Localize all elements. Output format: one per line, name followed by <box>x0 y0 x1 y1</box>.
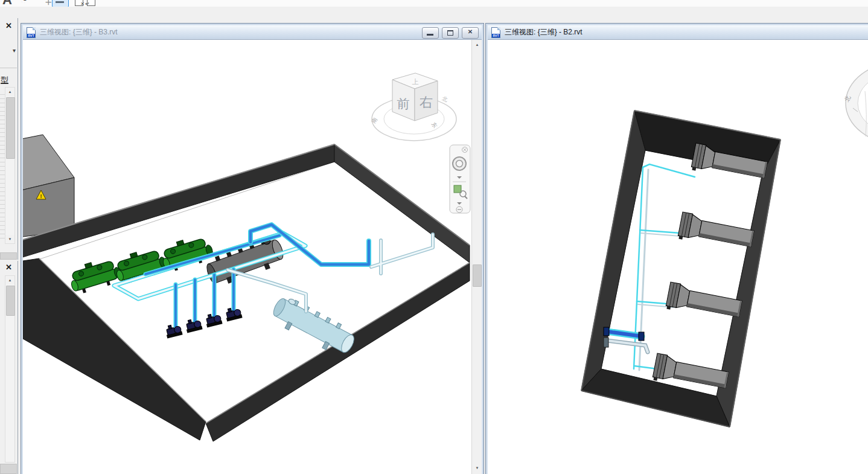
close-button[interactable]: ✕ <box>462 27 479 39</box>
view-window-b2: RVT 三维视图: {三维} - B2.rvt <box>485 23 868 474</box>
ribbon-toolbar-fragment: A ◔ ＋ ✕ ↵ <box>0 0 868 7</box>
paste-tool-icon[interactable]: ↵ <box>87 0 95 6</box>
scroll-down-icon[interactable]: ▼ <box>5 235 14 243</box>
scroll-up-icon[interactable]: ▲ <box>473 40 482 49</box>
restore-button[interactable] <box>442 27 459 39</box>
rvt-file-icon: RVT <box>491 27 500 38</box>
edit-type-link[interactable]: 型 <box>1 75 8 86</box>
viewcube-right-face: 右 <box>420 95 433 110</box>
divider <box>0 68 17 68</box>
properties-scrollbar[interactable]: ▲ ▼ <box>5 87 15 244</box>
scrollbar-thumb[interactable] <box>6 97 15 159</box>
browser-scrollbar[interactable]: ▲ <box>5 275 15 463</box>
window-title: 三维视图: {三维} - B2.rvt <box>505 27 582 37</box>
room-walls <box>23 144 470 441</box>
delete-box-tool-icon[interactable]: ✕ <box>75 0 83 6</box>
3d-view-canvas-b3[interactable]: ! <box>23 40 471 474</box>
viewcube-top-face: 上 <box>412 78 419 85</box>
compass-east-label: 东 <box>430 121 438 129</box>
text-tool-icon[interactable]: A <box>2 0 12 7</box>
viewcube-front-face: 前 <box>397 97 410 110</box>
window-titlebar[interactable]: RVT 三维视图: {三维} - B2.rvt <box>488 25 868 40</box>
compass-north-label: 北 <box>441 95 448 103</box>
project-browser-edge: ✕ ▲ <box>0 261 18 474</box>
window-title: 三维视图: {三维} - B3.rvt <box>40 27 118 37</box>
chevron-down-icon[interactable]: ▾ <box>13 47 16 54</box>
rvt-file-icon: RVT <box>27 27 36 38</box>
window-controls: ✕ <box>422 27 479 39</box>
scroll-up-icon[interactable]: ▲ <box>5 276 14 284</box>
close-icon[interactable]: ✕ <box>5 22 12 30</box>
minimize-button[interactable] <box>422 27 439 39</box>
measure-tool-selected-icon[interactable] <box>52 0 69 7</box>
scrollbar-corner <box>0 252 17 260</box>
sync-tool-icon[interactable]: ◔ <box>21 0 27 7</box>
svg-text:!: ! <box>40 193 42 199</box>
fan-room-scene: 北 <box>488 40 868 474</box>
plant-room-scene: ! <box>23 40 471 474</box>
viewcube[interactable]: 南 东 北 前 右 上 <box>371 73 456 141</box>
navigation-bar[interactable] <box>450 145 470 213</box>
revit-workspace: A ◔ ＋ ✕ ↵ ✕ ▾ 型 ▲ ▼ ✕ ▲ RVT <box>0 0 868 474</box>
close-icon[interactable]: ✕ <box>5 263 12 272</box>
view-window-b3: RVT 三维视图: {三维} - B3.rvt ✕ <box>21 23 484 474</box>
window-titlebar[interactable]: RVT 三维视图: {三维} - B3.rvt <box>23 25 482 40</box>
property-rows-fragment <box>0 91 5 239</box>
scrollbar-thumb[interactable] <box>6 286 15 316</box>
3d-view-canvas-b2[interactable]: 北 <box>488 40 868 474</box>
properties-palette-edge: ✕ ▾ 型 ▲ ▼ <box>0 18 18 260</box>
scroll-up-icon[interactable]: ▲ <box>5 88 14 96</box>
viewcube-compass-partial[interactable]: 北 <box>843 62 868 144</box>
scrollbar-corner <box>0 464 17 474</box>
scroll-down-icon[interactable]: ▼ <box>473 464 482 472</box>
massing-box <box>23 135 74 237</box>
view-vertical-scrollbar[interactable]: ▲ ▼ <box>471 40 482 474</box>
scrollbar-thumb[interactable] <box>473 264 482 287</box>
